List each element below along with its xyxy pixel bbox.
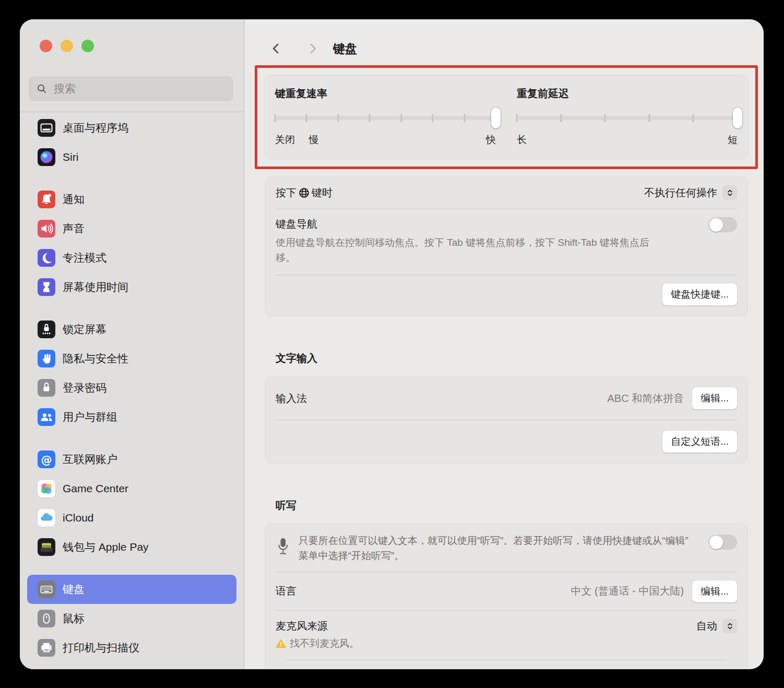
popup-chevrons-icon: [722, 185, 737, 200]
desktop-dock-icon: [38, 119, 55, 137]
keyboard-nav-toggle[interactable]: [708, 217, 737, 232]
hand-icon: [38, 350, 55, 367]
globe-card: 按下键时 不执行任何操作 键盘导航 使用键盘导航在控制间移动焦点。按下 Tab …: [265, 176, 747, 316]
search-field: [29, 76, 233, 101]
sidebar-group: 键盘鼠标打印机与扫描仪: [27, 575, 236, 662]
input-method-edit-button[interactable]: 编辑...: [692, 387, 737, 409]
language-label: 语言: [276, 584, 296, 598]
slider-tick: [464, 114, 465, 122]
sidebar-item-moon[interactable]: 专注模式: [27, 243, 236, 272]
text-input-heading: 文字输入: [276, 351, 758, 365]
moon-icon: [38, 249, 55, 267]
slider-tick: [560, 114, 562, 122]
search-input[interactable]: [29, 76, 233, 101]
sidebar-item-hourglass[interactable]: 屏幕使用时间: [27, 272, 236, 302]
text-input-card: 输入法 ABC 和简体拼音 编辑... 自定义短语...: [265, 377, 747, 463]
delay-group: 重复前延迟 长 短: [517, 87, 738, 147]
key-repeat-slow-label: 慢: [309, 133, 319, 147]
content-header: 键盘: [255, 38, 758, 59]
sidebar-item-label: Game Center: [63, 482, 128, 495]
key-repeat-off-label: 关闭: [275, 133, 295, 147]
wallet-icon: [38, 538, 55, 556]
sidebar-item-bell[interactable]: 通知: [27, 185, 236, 214]
slider-tick: [400, 114, 402, 122]
highlight-annotation: 键重复速率 关闭 慢 快 重复前延迟: [255, 65, 758, 169]
sidebar-item-lock[interactable]: 登录密码: [27, 373, 236, 402]
sidebar-item-desktop-dock[interactable]: 桌面与程序坞: [27, 113, 236, 143]
sidebar-item-label: 声音: [63, 221, 85, 236]
sidebar-item-label: 桌面与程序坞: [63, 121, 128, 135]
sidebar-list: 桌面与程序坞Siri通知声音专注模式屏幕使用时间锁定屏幕隐私与安全性登录密码用户…: [20, 112, 244, 669]
dictation-toggle[interactable]: [708, 535, 737, 550]
slider-tick: [432, 114, 434, 122]
chevron-left-icon: [269, 42, 283, 55]
zoom-button[interactable]: [81, 40, 94, 52]
delay-slider[interactable]: [517, 108, 738, 128]
minimize-button[interactable]: [61, 40, 73, 52]
sidebar-item-label: 登录密码: [63, 381, 106, 395]
game-center-icon: [38, 480, 55, 497]
sidebar-item-hand[interactable]: 隐私与安全性: [27, 344, 236, 373]
sidebar-item-lock-screen[interactable]: 锁定屏幕: [27, 315, 236, 344]
sidebar-item-mouse[interactable]: 鼠标: [27, 604, 236, 633]
sidebar-group: @互联网账户Game CenteriCloud钱包与 Apple Pay: [27, 445, 236, 562]
sidebar-item-at[interactable]: @互联网账户: [27, 445, 236, 474]
slider-tick: [306, 114, 307, 122]
sidebar-item-label: 打印机与扫描仪: [63, 640, 139, 655]
sidebar-group: 桌面与程序坞Siri: [27, 113, 236, 172]
mic-source-popup[interactable]: 自动: [696, 619, 737, 633]
input-method-value: ABC 和简体拼音: [607, 392, 684, 406]
keyboard-shortcuts-button[interactable]: 键盘快捷键...: [662, 283, 737, 305]
sidebar-item-siri[interactable]: Siri: [27, 143, 236, 172]
popup-chevrons-icon: [722, 619, 737, 633]
sidebar-item-label: 键盘: [63, 582, 85, 597]
lock-icon: [38, 379, 55, 397]
language-value: 中文 (普通话 - 中国大陆): [571, 584, 684, 598]
sidebar-item-label: iCloud: [63, 512, 94, 524]
slider-track: [275, 116, 496, 120]
keyboard-icon: [38, 580, 55, 598]
slider-thumb[interactable]: [491, 108, 501, 128]
custom-phrases-button[interactable]: 自定义短语...: [662, 431, 737, 453]
close-button[interactable]: [40, 40, 52, 52]
printer-icon: [38, 639, 55, 657]
sidebar-item-cloud[interactable]: iCloud: [27, 503, 236, 532]
hourglass-icon: [38, 278, 55, 296]
sidebar-item-label: Siri: [63, 151, 78, 163]
key-repeat-slider[interactable]: [275, 108, 496, 128]
sidebar-item-label: 通知: [63, 192, 85, 207]
page-title: 键盘: [333, 41, 357, 57]
forward-button[interactable]: [306, 42, 319, 55]
sidebar-item-keyboard[interactable]: 键盘: [27, 575, 236, 604]
slider-tick: [693, 114, 694, 122]
settings-window: 桌面与程序坞Siri通知声音专注模式屏幕使用时间锁定屏幕隐私与安全性登录密码用户…: [20, 19, 764, 669]
sidebar-item-printer[interactable]: 打印机与扫描仪: [27, 633, 236, 662]
language-edit-button[interactable]: 编辑...: [692, 580, 737, 602]
globe-key-popup[interactable]: 不执行任何操作: [644, 185, 737, 200]
sidebar-item-users[interactable]: 用户与群组: [27, 402, 236, 432]
mic-source-value: 自动: [696, 619, 717, 633]
delay-long-label: 长: [517, 133, 527, 147]
slider-track: [517, 116, 738, 120]
siri-icon: [38, 148, 55, 166]
delay-label: 重复前延迟: [517, 87, 738, 101]
input-method-label: 输入法: [276, 392, 307, 406]
slider-thumb[interactable]: [733, 108, 742, 128]
mic-warning-text: 找不到麦克风。: [290, 637, 359, 650]
sidebar-item-label: 鼠标: [63, 611, 85, 626]
sidebar-item-label: 锁定屏幕: [63, 322, 106, 337]
sidebar-item-wallet[interactable]: 钱包与 Apple Pay: [27, 532, 236, 562]
mic-source-label: 麦克风来源: [276, 619, 328, 633]
keyboard-nav-description: 使用键盘导航在控制间移动焦点。按下 Tab 键将焦点前移，按下 Shift-Ta…: [276, 235, 664, 265]
microphone-icon: [276, 533, 291, 560]
lock-screen-icon: [38, 321, 55, 338]
sidebar-item-label: 钱包与 Apple Pay: [63, 540, 149, 554]
sidebar-item-speaker[interactable]: 声音: [27, 214, 236, 243]
sidebar-item-game-center[interactable]: Game Center: [27, 474, 236, 503]
at-icon: @: [38, 450, 55, 468]
back-button[interactable]: [269, 42, 283, 55]
globe-icon: [298, 187, 310, 199]
warning-icon: [276, 639, 286, 648]
slider-tick: [369, 114, 371, 122]
sidebar-item-label: 屏幕使用时间: [63, 280, 128, 294]
